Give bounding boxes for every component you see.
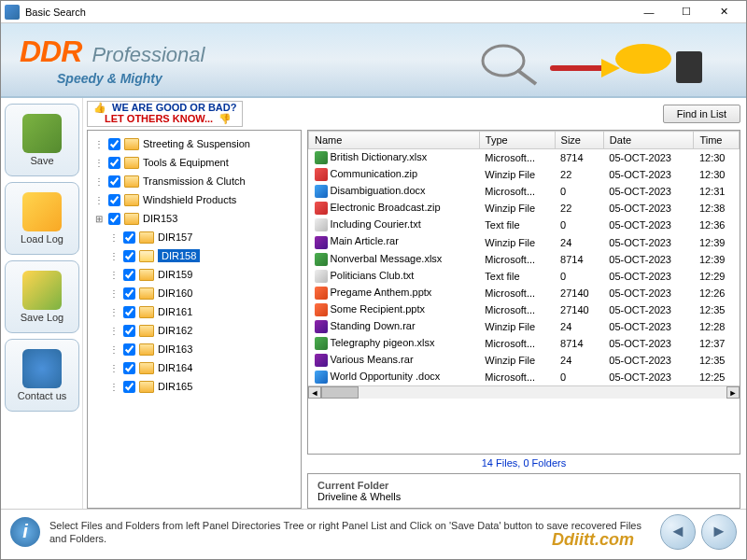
folder-icon xyxy=(124,175,139,188)
file-icon xyxy=(315,168,328,181)
file-icon xyxy=(315,371,328,384)
file-icon xyxy=(315,236,328,249)
column-header[interactable]: Date xyxy=(603,132,694,149)
expand-icon[interactable]: ⋮ xyxy=(93,195,105,205)
file-row[interactable]: Disambiguation.docxMicrosoft...005-OCT-2… xyxy=(309,183,740,200)
tree-item[interactable]: ⋮DIR165 xyxy=(90,377,299,396)
tree-label: DIR157 xyxy=(158,231,192,243)
tree-checkbox[interactable] xyxy=(123,287,135,300)
tree-checkbox[interactable] xyxy=(108,175,120,188)
expand-icon[interactable]: ⋮ xyxy=(108,270,120,280)
column-header[interactable]: Time xyxy=(694,132,740,149)
thumb-up-icon: 👍 xyxy=(93,102,106,113)
file-row[interactable]: Pregame Anthem.pptxMicrosoft...2714005-O… xyxy=(309,285,740,301)
expand-icon[interactable]: ⋮ xyxy=(108,307,120,317)
tree-item[interactable]: ⋮DIR164 xyxy=(90,358,299,377)
expand-icon[interactable]: ⋮ xyxy=(108,251,120,261)
tree-item[interactable]: ⊞DIR153 xyxy=(90,209,299,228)
scroll-right-icon[interactable]: ► xyxy=(726,386,740,399)
folder-icon xyxy=(139,343,154,356)
expand-icon[interactable]: ⋮ xyxy=(93,158,105,168)
column-header[interactable]: Type xyxy=(479,132,555,149)
tree-label: Streeting & Suspension xyxy=(143,138,250,149)
tree-checkbox[interactable] xyxy=(123,250,135,262)
file-row[interactable]: World Opportunity .docxMicrosoft...005-O… xyxy=(309,369,740,385)
minimize-button[interactable]: — xyxy=(630,3,668,21)
tree-item[interactable]: ⋮DIR160 xyxy=(90,284,299,302)
prev-button[interactable]: ◄ xyxy=(660,514,696,550)
tree-checkbox[interactable] xyxy=(123,343,135,356)
tree-checkbox[interactable] xyxy=(108,213,120,225)
expand-icon[interactable]: ⊞ xyxy=(93,214,105,224)
tree-checkbox[interactable] xyxy=(108,194,120,206)
file-row[interactable]: Main Article.rarWinzip File2405-OCT-2023… xyxy=(309,233,740,250)
tree-item[interactable]: ⋮DIR157 xyxy=(90,228,299,246)
expand-icon[interactable]: ⋮ xyxy=(108,382,120,392)
tree-item[interactable]: ⋮Streeting & Suspension xyxy=(90,134,299,153)
tree-checkbox[interactable] xyxy=(123,306,135,318)
close-button[interactable]: ✕ xyxy=(705,3,742,21)
tree-label: DIR159 xyxy=(158,269,192,280)
expand-icon[interactable]: ⋮ xyxy=(93,176,105,187)
expand-icon[interactable]: ⋮ xyxy=(108,363,120,373)
tree-item[interactable]: ⋮Transmission & Clutch xyxy=(90,172,299,190)
si-load-icon xyxy=(22,192,62,231)
expand-icon[interactable]: ⋮ xyxy=(108,232,120,243)
expand-icon[interactable]: ⋮ xyxy=(108,288,120,299)
file-count-status: 14 Files, 0 Folders xyxy=(307,455,740,471)
tree-item[interactable]: ⋮DIR163 xyxy=(90,340,299,358)
file-row[interactable]: Including Courier.txtText file005-OCT-20… xyxy=(309,217,740,233)
tree-checkbox[interactable] xyxy=(108,157,120,169)
file-icon xyxy=(315,270,328,283)
file-icon xyxy=(315,287,328,300)
maximize-button[interactable]: ☐ xyxy=(668,3,705,21)
tree-checkbox[interactable] xyxy=(123,362,135,374)
folder-icon xyxy=(139,381,154,393)
file-row[interactable]: Various Means.rarWinzip File2405-OCT-202… xyxy=(309,352,740,369)
file-list[interactable]: NameTypeSizeDateTimeBritish Dictionary.x… xyxy=(307,130,740,455)
tree-label: DIR163 xyxy=(158,343,192,355)
file-row[interactable]: Standing Down.rarWinzip File2405-OCT-202… xyxy=(309,318,740,335)
tree-item[interactable]: ⋮Windshield Products xyxy=(90,190,299,209)
svg-rect-4 xyxy=(629,59,657,72)
file-row[interactable]: Nonverbal Message.xlsxMicrosoft...871405… xyxy=(309,251,740,268)
file-row[interactable]: Some Recipient.pptxMicrosoft...2714005-O… xyxy=(309,301,740,318)
expand-icon[interactable]: ⋮ xyxy=(93,139,105,149)
svg-rect-2 xyxy=(550,65,606,71)
tree-checkbox[interactable] xyxy=(123,325,135,337)
folder-icon xyxy=(139,287,154,300)
horizontal-scrollbar[interactable]: ◄ ► xyxy=(308,385,740,399)
folder-tree[interactable]: ⋮Streeting & Suspension⋮Tools & Equipmen… xyxy=(87,130,302,509)
feedback-banner[interactable]: 👍 WE ARE GOOD OR BAD? LET OTHERS KNOW...… xyxy=(87,101,243,127)
tree-item[interactable]: ⋮DIR161 xyxy=(90,302,299,321)
file-row[interactable]: Telegraphy pigeon.xlsxMicrosoft...871405… xyxy=(309,335,740,352)
expand-icon[interactable]: ⋮ xyxy=(108,344,120,355)
column-header[interactable]: Size xyxy=(555,132,603,149)
file-row[interactable]: British Dictionary.xlsxMicrosoft...87140… xyxy=(309,149,740,167)
file-row[interactable]: Communication.zipWinzip File2205-OCT-202… xyxy=(309,166,740,183)
sidebar-save-button[interactable]: Save xyxy=(5,104,79,176)
scroll-thumb[interactable] xyxy=(321,386,359,399)
tree-item[interactable]: ⋮DIR158 xyxy=(90,246,299,265)
tree-checkbox[interactable] xyxy=(123,381,135,393)
file-row[interactable]: Politicians Club.txtText file005-OCT-202… xyxy=(309,268,740,285)
sidebar-load-log-button[interactable]: Load Log xyxy=(5,182,79,255)
tree-checkbox[interactable] xyxy=(123,231,135,244)
tree-checkbox[interactable] xyxy=(123,269,135,281)
file-row[interactable]: Electronic Broadcast.zipWinzip File2205-… xyxy=(309,200,740,217)
next-button[interactable]: ► xyxy=(701,514,737,550)
scroll-left-icon[interactable]: ◄ xyxy=(308,386,321,399)
column-header[interactable]: Name xyxy=(309,132,480,149)
current-folder-value: Driveline & Whells xyxy=(317,491,730,502)
tree-checkbox[interactable] xyxy=(108,138,120,150)
sidebar-contact-us-button[interactable]: Contact us xyxy=(5,339,79,412)
tree-item[interactable]: ⋮DIR159 xyxy=(90,265,299,284)
tree-label: DIR161 xyxy=(158,306,192,317)
find-in-list-button[interactable]: Find in List xyxy=(663,105,740,123)
tree-label: DIR160 xyxy=(158,287,192,299)
tree-item[interactable]: ⋮Tools & Equipment xyxy=(90,153,299,172)
expand-icon[interactable]: ⋮ xyxy=(108,326,120,336)
tree-item[interactable]: ⋮DIR162 xyxy=(90,321,299,340)
tree-label: DIR164 xyxy=(158,362,192,373)
sidebar-save-log-button[interactable]: Save Log xyxy=(5,260,79,333)
